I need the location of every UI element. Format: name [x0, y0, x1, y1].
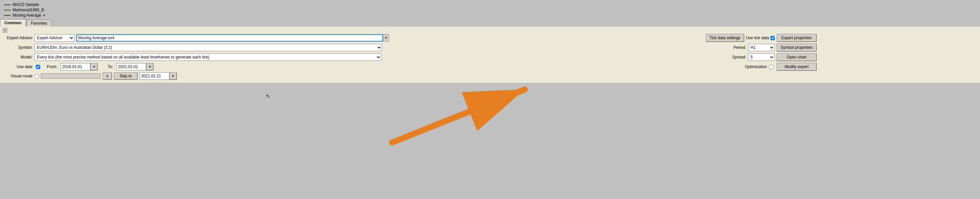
optimization-label: Optimization — [745, 64, 767, 69]
nav-item-macd[interactable]: MACD Sample — [3, 2, 977, 7]
model-label: Model: — [3, 55, 33, 59]
moving-average-color-icon — [4, 15, 11, 16]
to-calendar-button[interactable]: ▼ — [146, 63, 153, 70]
mouse-cursor-icon: ↖ — [266, 93, 271, 100]
use-tick-data-checkbox[interactable] — [770, 36, 775, 40]
skip-to-date-input[interactable] — [140, 72, 169, 80]
period-select[interactable]: H1 M1 M5 M15 M30 H4 D1 — [748, 44, 775, 51]
symbol-properties-button[interactable]: Symbol properties — [777, 43, 816, 51]
visual-mode-checkbox[interactable] — [35, 74, 39, 78]
close-button[interactable]: × — [3, 28, 7, 33]
tick-data-settings-button[interactable]: Tick data settings — [706, 34, 744, 42]
mahmoud-color-icon — [4, 10, 11, 11]
use-date-checkbox[interactable] — [36, 65, 40, 69]
annotation-arrow — [366, 83, 565, 149]
macd-color-icon — [4, 4, 11, 5]
use-date-label: Use date — [3, 64, 33, 69]
symbol-select[interactable]: EURAUDm, Euro vs Australian Dollar (3.2) — [35, 44, 382, 51]
skip-to-button[interactable]: Skip to — [114, 72, 138, 80]
use-tick-data-label: Use tick data — [746, 35, 769, 40]
bottom-area: ↖ — [0, 83, 980, 199]
spread-label: Spread: — [732, 55, 746, 59]
period-label: Period: — [733, 45, 746, 50]
spread-select[interactable]: 5 1 2 3 10 — [748, 54, 775, 61]
visual-mode-label: Visual mode — [3, 74, 33, 78]
tab-favorites[interactable]: Favorites — [27, 20, 51, 27]
svg-line-1 — [392, 89, 525, 143]
ea-dropdown-arrow[interactable]: ▼ — [383, 34, 389, 41]
nav-item-mahmoud-label: Mahmoud1990_B — [13, 8, 44, 12]
tab-common[interactable]: Common — [0, 19, 26, 27]
nav-item-moving-average-label: Moving Average — [13, 13, 41, 18]
nav-item-mahmoud[interactable]: Mahmoud1990_B — [3, 7, 977, 13]
open-chart-button[interactable]: Open chart — [777, 53, 816, 61]
expert-advisor-input[interactable] — [76, 34, 383, 41]
pause-button[interactable]: ⏸ — [103, 72, 112, 80]
model-select[interactable]: Every tick (the most precise method base… — [35, 54, 381, 61]
expert-advisor-dropdown[interactable]: Expert Advisor — [35, 34, 75, 41]
to-label: To: — [108, 64, 113, 69]
optimization-checkbox[interactable] — [769, 65, 773, 69]
from-label: From: — [47, 64, 57, 69]
skip-to-calendar-button[interactable]: ▼ — [169, 72, 177, 80]
expert-advisor-label: Expert Advisor — [3, 35, 33, 40]
expert-properties-button[interactable]: Expert properties — [777, 34, 816, 42]
from-calendar-button[interactable]: ▼ — [91, 63, 98, 70]
nav-item-macd-label: MACD Sample — [13, 2, 39, 7]
progress-bar — [41, 73, 101, 79]
symbol-label: Symbol: — [3, 45, 33, 50]
scroll-down-icon[interactable]: ▼ — [43, 14, 46, 17]
from-date-input[interactable] — [60, 63, 91, 70]
nav-item-moving-average[interactable]: Moving Average ▼ — [3, 13, 977, 18]
modify-expert-button[interactable]: Modify expert — [777, 63, 816, 71]
to-date-input[interactable] — [116, 63, 146, 70]
